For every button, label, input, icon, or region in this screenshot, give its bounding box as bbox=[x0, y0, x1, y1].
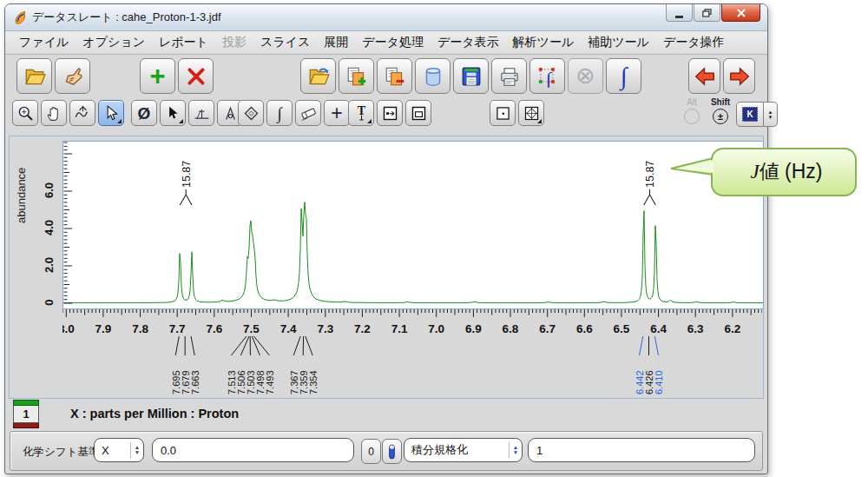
open-folder-button[interactable] bbox=[300, 58, 336, 94]
restore-icon bbox=[702, 9, 712, 17]
axis-select[interactable]: X ▲▼ bbox=[94, 438, 144, 462]
folder-open-icon bbox=[23, 65, 46, 88]
box-arrow-icon bbox=[381, 104, 399, 123]
alt-label: Alt bbox=[678, 98, 706, 107]
expand-tool-button[interactable] bbox=[69, 100, 95, 126]
menu-report[interactable]: レポート bbox=[152, 32, 215, 53]
svg-text:7.5: 7.5 bbox=[243, 322, 260, 335]
integral-icon: ∫ bbox=[621, 64, 628, 89]
save-button[interactable] bbox=[453, 58, 489, 94]
menu-expand[interactable]: 展開 bbox=[317, 32, 355, 53]
x-axis-ruler: 8.07.97.87.77.67.57.47.37.27.17.06.96.86… bbox=[62, 309, 762, 336]
svg-text:7.2: 7.2 bbox=[354, 322, 371, 335]
shift-value-input[interactable]: 0.0 bbox=[152, 438, 354, 462]
svg-text:7.6: 7.6 bbox=[206, 322, 222, 335]
svg-text:6.3: 6.3 bbox=[687, 322, 704, 335]
spectrum-plot[interactable]: 15.8715.87 bbox=[62, 141, 764, 309]
history-back-button[interactable] bbox=[688, 58, 720, 94]
delete-button[interactable] bbox=[415, 58, 450, 94]
svg-text:7.9: 7.9 bbox=[95, 322, 112, 335]
app-window: データスレート : cahe_Proton-1-3.jdf ファイル オプション… bbox=[4, 3, 768, 474]
region-diamond-tool-button[interactable] bbox=[518, 100, 544, 126]
open-file-button[interactable] bbox=[16, 58, 52, 94]
svg-text:7.493: 7.493 bbox=[265, 370, 275, 394]
menu-aux-tools[interactable]: 補助ツール bbox=[581, 32, 656, 53]
svg-text:7.3: 7.3 bbox=[317, 322, 333, 335]
close-data-button[interactable] bbox=[178, 58, 214, 94]
alt-modifier[interactable]: Alt bbox=[678, 98, 706, 124]
shift-circle-icon: ± bbox=[713, 109, 728, 124]
titlebar[interactable]: データスレート : cahe_Proton-1-3.jdf bbox=[5, 4, 767, 31]
pan-tool-button[interactable] bbox=[41, 100, 67, 126]
svg-text:7.1: 7.1 bbox=[391, 322, 408, 335]
trash-icon bbox=[422, 65, 444, 88]
baseline-icon bbox=[193, 104, 211, 123]
phase-tool-button[interactable]: Ø bbox=[131, 100, 157, 126]
integral-tool-button[interactable]: ∫ bbox=[266, 100, 293, 126]
red-arrow-left-icon bbox=[694, 65, 716, 88]
svg-text:4.0: 4.0 bbox=[43, 220, 56, 235]
menu-data-process[interactable]: データ処理 bbox=[355, 32, 431, 53]
menu-data-display[interactable]: データ表示 bbox=[431, 32, 506, 53]
svg-text:6.9: 6.9 bbox=[465, 322, 482, 335]
page-minus-icon bbox=[384, 65, 406, 88]
box-in-box-tool-button[interactable] bbox=[405, 100, 431, 126]
reference-vial-button[interactable] bbox=[382, 439, 402, 464]
zero-button[interactable]: 0 bbox=[361, 439, 381, 464]
menu-file[interactable]: ファイル bbox=[12, 32, 76, 53]
svg-text:6.8: 6.8 bbox=[503, 322, 519, 335]
svg-text:6.410: 6.410 bbox=[654, 370, 664, 394]
layer-indicator[interactable]: 1 bbox=[13, 400, 39, 428]
normalize-select[interactable]: 積分規格化 ▲▼ bbox=[404, 438, 523, 462]
crosshair-tool-button[interactable]: + bbox=[324, 100, 350, 126]
copy-layer-remove-button[interactable] bbox=[377, 58, 412, 94]
baseline-tool-button[interactable] bbox=[188, 100, 214, 126]
minimize-button[interactable] bbox=[666, 4, 693, 22]
select-tool-button[interactable] bbox=[98, 100, 124, 126]
menu-data-operation[interactable]: データ操作 bbox=[656, 32, 732, 53]
keyboard-spinner[interactable]: ▲▼ bbox=[764, 102, 778, 127]
diamond-icon bbox=[242, 104, 260, 123]
svg-text:6.4: 6.4 bbox=[650, 322, 667, 335]
history-forward-button[interactable] bbox=[723, 58, 755, 94]
svg-text:7.4: 7.4 bbox=[280, 322, 297, 335]
minimize-icon bbox=[675, 16, 683, 18]
phase-zero-icon: Ø bbox=[138, 105, 151, 122]
keyboard-widget: K ▲▼ bbox=[736, 102, 778, 127]
keyboard-button[interactable]: K bbox=[736, 102, 764, 127]
svg-text:0: 0 bbox=[43, 299, 56, 305]
menu-analysis-tools[interactable]: 解析ツール bbox=[506, 32, 582, 53]
abort-icon: ⊗ bbox=[575, 64, 595, 88]
spectrum-expand-icon bbox=[74, 104, 92, 123]
diamond-marker-button[interactable] bbox=[238, 100, 264, 126]
zoom-tool-button[interactable] bbox=[12, 100, 38, 126]
svg-text:6.5: 6.5 bbox=[614, 322, 630, 335]
svg-text:∫: ∫ bbox=[544, 68, 553, 87]
shift-modifier[interactable]: Shift ± bbox=[707, 98, 734, 124]
pointer-tool-button[interactable] bbox=[160, 100, 186, 126]
pick-open-button[interactable] bbox=[55, 58, 90, 94]
menu-slice[interactable]: スライス bbox=[253, 32, 317, 53]
j-value-callout: J値 (Hz) bbox=[668, 146, 859, 202]
text-tool-button[interactable]: T bbox=[348, 100, 374, 126]
region-dot-tool-button[interactable] bbox=[490, 100, 516, 126]
print-button[interactable] bbox=[491, 58, 527, 94]
cursor-icon bbox=[102, 104, 121, 123]
y-axis-labels: 02.04.06.0 bbox=[37, 141, 61, 308]
svg-text:6.6: 6.6 bbox=[576, 322, 593, 335]
svg-text:6.2: 6.2 bbox=[725, 322, 741, 335]
eraser-tool-button[interactable] bbox=[295, 100, 321, 126]
copy-layer-add-button[interactable] bbox=[339, 58, 374, 94]
add-data-button[interactable]: + bbox=[140, 58, 175, 94]
menu-projection: 投影 bbox=[215, 32, 253, 53]
integral-button[interactable]: ∫ bbox=[606, 58, 641, 94]
close-button[interactable] bbox=[721, 4, 760, 22]
normalize-value-input[interactable]: 1 bbox=[528, 438, 755, 462]
restore-button[interactable] bbox=[694, 4, 720, 22]
axis-select-spinner[interactable]: ▲▼ bbox=[130, 442, 143, 458]
peak-icon bbox=[221, 104, 240, 123]
integral-settings-button[interactable]: ∫ bbox=[529, 58, 565, 94]
menu-options[interactable]: オプション bbox=[76, 32, 152, 53]
normalize-select-spinner[interactable]: ▲▼ bbox=[509, 442, 522, 458]
box-arrow-tool-button[interactable] bbox=[377, 100, 403, 126]
